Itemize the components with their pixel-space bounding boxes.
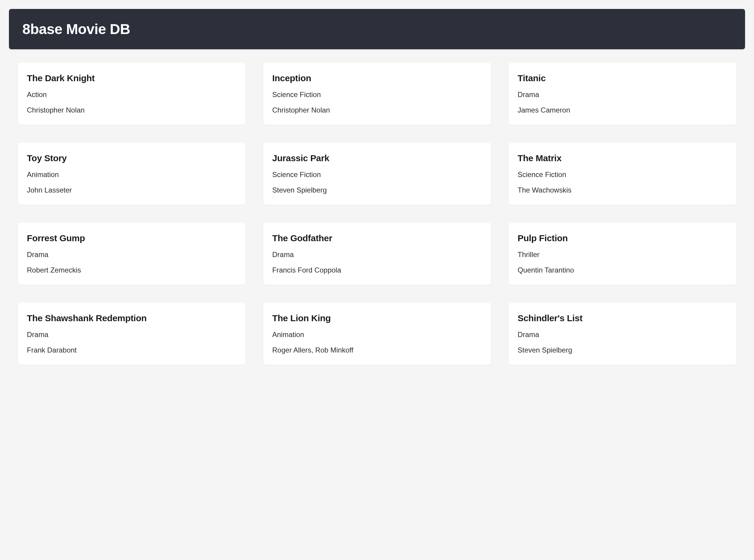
- page-header: 8base Movie DB: [9, 9, 745, 49]
- movie-director: Christopher Nolan: [272, 106, 482, 114]
- movie-title: The Dark Knight: [27, 73, 237, 83]
- movie-title: Toy Story: [27, 153, 237, 163]
- movie-card[interactable]: Inception Science Fiction Christopher No…: [263, 63, 491, 125]
- movie-card[interactable]: The Shawshank Redemption Drama Frank Dar…: [18, 303, 245, 365]
- movie-title: Inception: [272, 73, 482, 83]
- page-title: 8base Movie DB: [22, 21, 732, 37]
- movie-title: Pulp Fiction: [517, 233, 727, 243]
- movie-director: Robert Zemeckis: [27, 266, 237, 274]
- movie-card[interactable]: Titanic Drama James Cameron: [509, 63, 736, 125]
- movie-genre: Science Fiction: [272, 171, 482, 179]
- movie-director: The Wachowskis: [517, 186, 727, 194]
- movie-card[interactable]: Jurassic Park Science Fiction Steven Spi…: [263, 143, 491, 205]
- movie-director: Steven Spielberg: [517, 346, 727, 354]
- movie-director: Roger Allers, Rob Minkoff: [272, 346, 482, 354]
- movie-card[interactable]: The Dark Knight Action Christopher Nolan: [18, 63, 245, 125]
- movie-card[interactable]: The Lion King Animation Roger Allers, Ro…: [263, 303, 491, 365]
- movie-director: Francis Ford Coppola: [272, 266, 482, 274]
- movie-title: The Shawshank Redemption: [27, 313, 237, 323]
- movie-genre: Drama: [517, 91, 727, 99]
- movie-genre: Drama: [272, 251, 482, 259]
- movie-card[interactable]: Forrest Gump Drama Robert Zemeckis: [18, 223, 245, 285]
- movie-director: John Lasseter: [27, 186, 237, 194]
- movie-card[interactable]: Toy Story Animation John Lasseter: [18, 143, 245, 205]
- movie-title: The Lion King: [272, 313, 482, 323]
- movie-card[interactable]: Schindler's List Drama Steven Spielberg: [509, 303, 736, 365]
- movie-genre: Science Fiction: [272, 91, 482, 99]
- movie-director: Frank Darabont: [27, 346, 237, 354]
- movie-title: Jurassic Park: [272, 153, 482, 163]
- movie-genre: Action: [27, 91, 237, 99]
- movie-title: Schindler's List: [517, 313, 727, 323]
- movie-card[interactable]: Pulp Fiction Thriller Quentin Tarantino: [509, 223, 736, 285]
- movie-genre: Drama: [27, 331, 237, 339]
- movie-genre: Animation: [272, 331, 482, 339]
- movie-genre: Science Fiction: [517, 171, 727, 179]
- movie-director: Christopher Nolan: [27, 106, 237, 114]
- movie-director: James Cameron: [517, 106, 727, 114]
- movie-card[interactable]: The Matrix Science Fiction The Wachowski…: [509, 143, 736, 205]
- movie-title: Titanic: [517, 73, 727, 83]
- movie-genre: Drama: [517, 331, 727, 339]
- movie-grid: The Dark Knight Action Christopher Nolan…: [9, 63, 745, 365]
- movie-genre: Animation: [27, 171, 237, 179]
- movie-director: Quentin Tarantino: [517, 266, 727, 274]
- movie-genre: Drama: [27, 251, 237, 259]
- movie-genre: Thriller: [517, 251, 727, 259]
- movie-title: The Godfather: [272, 233, 482, 243]
- movie-director: Steven Spielberg: [272, 186, 482, 194]
- movie-title: The Matrix: [517, 153, 727, 163]
- movie-title: Forrest Gump: [27, 233, 237, 243]
- movie-card[interactable]: The Godfather Drama Francis Ford Coppola: [263, 223, 491, 285]
